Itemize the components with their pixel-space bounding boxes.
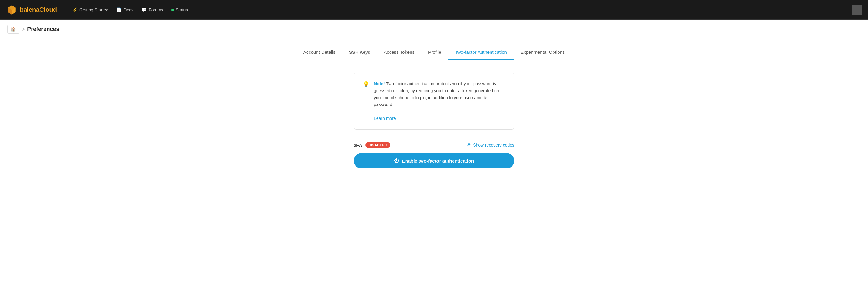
home-icon: 🏠 — [11, 27, 16, 32]
breadcrumb-separator: > — [22, 27, 25, 32]
power-icon: ⏻ — [394, 158, 399, 163]
tab-two-factor-auth[interactable]: Two-factor Authentication — [448, 45, 514, 60]
status-dot-icon — [172, 9, 174, 11]
nav-getting-started[interactable]: ⚡ Getting Started — [69, 6, 112, 14]
breadcrumb: 🏠 > Preferences — [0, 20, 868, 39]
show-recovery-codes-link[interactable]: 👁 Show recovery codes — [467, 143, 514, 147]
nav-docs[interactable]: 📄 Docs — [113, 6, 136, 14]
enable-button-label: Enable two-factor authentication — [402, 158, 474, 163]
twofa-label-group: 2FA DISABLED — [354, 142, 390, 148]
note-label: Note! — [374, 81, 385, 86]
logo[interactable]: balenaCloud — [6, 4, 57, 16]
header-right — [852, 5, 862, 15]
main-content: 💡 Note! Two-factor authentication protec… — [0, 60, 868, 181]
twofa-status-row: 2FA DISABLED 👁 Show recovery codes — [354, 142, 514, 148]
tabs-container: Account Details SSH Keys Access Tokens P… — [0, 45, 868, 60]
main-nav: ⚡ Getting Started 📄 Docs 💬 Forums Status — [69, 6, 191, 14]
eye-icon: 👁 — [467, 143, 471, 147]
page-title: Preferences — [27, 26, 59, 32]
info-icon: 💡 — [363, 81, 369, 88]
home-button[interactable]: 🏠 — [7, 25, 20, 34]
logo-text: balenaCloud — [20, 6, 57, 13]
nav-status[interactable]: Status — [168, 6, 191, 14]
note-content: Note! Two-factor authentication protects… — [374, 80, 505, 122]
show-recovery-label: Show recovery codes — [473, 143, 514, 147]
tab-account-details[interactable]: Account Details — [297, 45, 342, 60]
chat-icon: 💬 — [142, 7, 147, 12]
lightning-icon: ⚡ — [72, 7, 78, 12]
avatar[interactable] — [852, 5, 862, 15]
tab-experimental-options[interactable]: Experimental Options — [514, 45, 571, 60]
twofa-section: 2FA DISABLED 👁 Show recovery codes ⏻ Ena… — [354, 142, 514, 169]
doc-icon: 📄 — [117, 7, 122, 12]
tab-access-tokens[interactable]: Access Tokens — [377, 45, 421, 60]
tabs: Account Details SSH Keys Access Tokens P… — [297, 45, 572, 60]
header: balenaCloud ⚡ Getting Started 📄 Docs 💬 F… — [0, 0, 868, 20]
tab-profile[interactable]: Profile — [421, 45, 448, 60]
twofa-label: 2FA — [354, 143, 362, 148]
nav-forums[interactable]: 💬 Forums — [138, 6, 166, 14]
note-text: Two-factor authentication protects you i… — [374, 81, 499, 107]
enable-2fa-button[interactable]: ⏻ Enable two-factor authentication — [354, 153, 514, 169]
note-box: 💡 Note! Two-factor authentication protec… — [354, 72, 514, 129]
status-badge: DISABLED — [365, 142, 390, 148]
logo-icon — [6, 4, 17, 16]
tab-ssh-keys[interactable]: SSH Keys — [342, 45, 377, 60]
learn-more-link[interactable]: Learn more — [374, 116, 396, 121]
